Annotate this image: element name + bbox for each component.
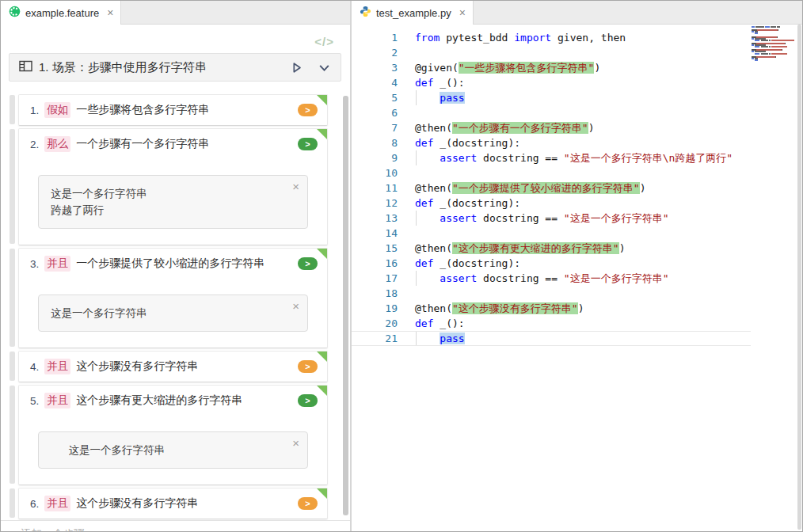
docstring-box[interactable]: ×这是一个多行字符串 xyxy=(38,294,308,332)
code-token: ) xyxy=(619,242,626,254)
step-text[interactable]: 这个步骤没有多行字符串 xyxy=(76,359,292,374)
step-card[interactable]: 2.那么一个步骤有一个多行字符串>×这是一个多行字符串 跨越了两行 xyxy=(18,128,328,245)
docstring-close-icon[interactable]: × xyxy=(292,436,299,450)
code-token: "这个步骤没有多行字符串" xyxy=(452,302,578,314)
step-keyword[interactable]: 并且 xyxy=(44,256,70,272)
tab-example-feature[interactable]: example.feature × xyxy=(1,1,121,25)
line-number: 10 xyxy=(352,165,398,180)
code-token: pytest_bdd xyxy=(440,32,514,44)
line-number: 9 xyxy=(352,150,398,165)
code-line: 19@then("这个步骤没有多行字符串") xyxy=(352,301,751,316)
source-view-toggle-icon[interactable]: </> xyxy=(314,35,334,48)
code-token: from xyxy=(415,32,440,44)
step-run-badge[interactable]: > xyxy=(298,257,318,270)
line-number: 16 xyxy=(352,256,398,271)
docstring-text[interactable]: 这是一个多行字符串 xyxy=(51,305,280,321)
left-scrollbar-thumb[interactable] xyxy=(343,96,348,515)
docstring-text[interactable]: 这是一个多行字符串 跨越了两行 xyxy=(51,185,280,218)
step-card[interactable]: 4.并且这个步骤没有多行字符串> xyxy=(18,351,328,382)
right-scrollbar-thumb[interactable] xyxy=(797,25,801,530)
code-token: @given( xyxy=(415,62,459,74)
code-token: import xyxy=(514,32,551,44)
add-step-button[interactable]: 添加一个步骤 xyxy=(21,527,350,532)
step-keyword[interactable]: 那么 xyxy=(44,136,70,152)
step-text[interactable]: 一些步骤将包含多行字符串 xyxy=(76,103,292,117)
code-line: 6 xyxy=(352,105,751,120)
step-drag-handle[interactable] xyxy=(10,129,15,244)
step-card[interactable]: 6.并且这个步骤没有多行字符串> xyxy=(18,488,328,519)
line-number: 19 xyxy=(352,301,398,316)
step-keyword[interactable]: 并且 xyxy=(44,359,70,374)
line-number: 20 xyxy=(352,316,398,331)
step-text[interactable]: 这个步骤有更大缩进的多行字符串 xyxy=(76,393,292,408)
code-text: def _(): xyxy=(415,77,465,89)
step-number: 4. xyxy=(30,361,39,373)
tab-close-icon[interactable]: × xyxy=(107,6,113,19)
step-drag-handle[interactable] xyxy=(10,488,15,518)
code-text: @then("这个步骤有更大缩进的多行字符串") xyxy=(415,242,625,254)
collapse-chevron-icon[interactable] xyxy=(318,61,331,74)
code-token: _(docstring): xyxy=(433,197,520,209)
code-line: 3@given("一些步骤将包含多行字符串") xyxy=(352,60,751,75)
step-row: 2.那么一个步骤有一个多行字符串> xyxy=(19,129,327,159)
step-card[interactable]: 1.假如一些步骤将包含多行字符串> xyxy=(18,94,328,126)
code-text: def _(): xyxy=(415,317,465,329)
code-line: 21 pass xyxy=(352,331,751,346)
code-text: @then("一个步骤提供了较小缩进的多行字符串") xyxy=(415,182,645,194)
code-token: "一个步骤提供了较小缩进的多行字符串" xyxy=(452,182,640,194)
step-drag-handle[interactable] xyxy=(10,95,15,124)
code-token: ) xyxy=(594,62,600,74)
run-scenario-button[interactable] xyxy=(290,61,303,74)
docstring-close-icon[interactable]: × xyxy=(292,180,299,193)
docstring-close-icon[interactable]: × xyxy=(292,299,299,313)
code-token: ) xyxy=(640,182,646,194)
step-corner-marker xyxy=(317,249,327,259)
code-line: 15@then("这个步骤有更大缩进的多行字符串") xyxy=(352,241,751,256)
code-text: @given("一些步骤将包含多行字符串") xyxy=(415,62,600,74)
docstring-box[interactable]: × 这是一个多行字符串 xyxy=(38,431,308,469)
step-run-badge[interactable]: > xyxy=(298,360,318,373)
step-keyword[interactable]: 并且 xyxy=(44,496,70,511)
step-number: 1. xyxy=(30,104,39,116)
code-token: def xyxy=(415,77,433,89)
step-drag-handle[interactable] xyxy=(10,386,15,484)
code-token: "一个步骤有一个多行字符串" xyxy=(452,122,588,134)
step-text[interactable]: 这个步骤没有多行字符串 xyxy=(76,496,292,511)
step-drag-handle[interactable] xyxy=(10,249,15,347)
minimap-segment xyxy=(771,53,787,55)
code-token xyxy=(415,272,440,284)
step-run-badge[interactable]: > xyxy=(298,138,318,150)
code-text: def _(docstring): xyxy=(415,197,520,209)
minimap[interactable] xyxy=(752,26,794,61)
step-drag-handle[interactable] xyxy=(10,352,15,381)
tab-close-icon[interactable]: × xyxy=(459,6,466,19)
feature-toolbar: </> xyxy=(1,25,350,48)
step-corner-marker xyxy=(317,386,327,396)
code-token: "这个步骤有更大缩进的多行字符串" xyxy=(452,242,619,254)
python-editor-pane: test_example.py × 1from pytest_bdd impor… xyxy=(352,1,802,531)
step-run-badge[interactable]: > xyxy=(298,497,318,510)
step-card[interactable]: 3.并且一个步骤提供了较小缩进的多行字符串>×这是一个多行字符串 xyxy=(18,248,328,348)
step-text[interactable]: 一个步骤有一个多行字符串 xyxy=(76,137,292,151)
line-number: 18 xyxy=(352,286,398,301)
minimap-segment xyxy=(755,59,758,61)
code-token: _(): xyxy=(433,77,464,89)
step-row: 1.假如一些步骤将包含多行字符串> xyxy=(19,95,327,125)
step-run-badge[interactable]: > xyxy=(298,394,318,407)
code-token: assert xyxy=(440,272,477,284)
docstring-box[interactable]: ×这是一个多行字符串 跨越了两行 xyxy=(38,175,308,229)
step-keyword[interactable]: 并且 xyxy=(44,393,70,408)
minimap-segment xyxy=(775,56,776,58)
scenario-header[interactable]: 1. 场景：步骤中使用多行字符串 xyxy=(9,53,341,82)
step-keyword[interactable]: 假如 xyxy=(44,102,70,118)
code-token: def xyxy=(415,257,433,269)
tab-test-example-py[interactable]: test_example.py × xyxy=(352,1,474,25)
step-run-badge[interactable]: > xyxy=(298,104,318,116)
step-card[interactable]: 5.并且这个步骤有更大缩进的多行字符串>× 这是一个多行字符串 xyxy=(18,385,328,485)
step-text[interactable]: 一个步骤提供了较小缩进的多行字符串 xyxy=(76,256,292,271)
code-editor[interactable]: 1from pytest_bdd import given, then23@gi… xyxy=(352,25,802,531)
code-line: 2 xyxy=(352,45,751,60)
docstring-text[interactable]: 这是一个多行字符串 xyxy=(51,442,280,458)
line-number: 3 xyxy=(352,60,398,75)
line-number: 14 xyxy=(352,226,398,241)
